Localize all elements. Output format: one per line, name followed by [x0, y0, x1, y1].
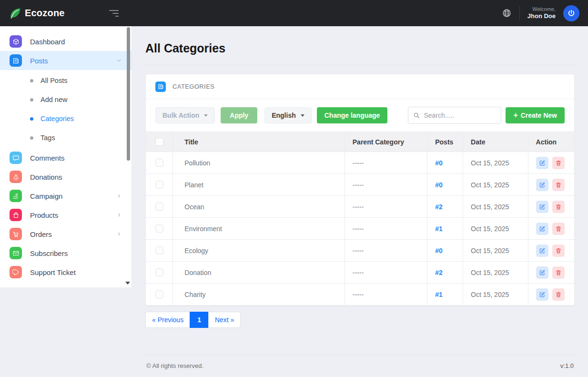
table-row: Donation-----#2Oct 15, 2025: [146, 262, 574, 284]
posts-count-link[interactable]: #1: [435, 291, 443, 298]
trash-icon: [555, 182, 562, 188]
sidebar-nav: DashboardPostsAll PostsAdd newCategories…: [0, 32, 132, 282]
edit-icon: [539, 269, 546, 276]
delete-button[interactable]: [552, 179, 565, 191]
chevron-down-icon: [116, 58, 122, 63]
delete-button[interactable]: [552, 266, 565, 279]
sidebar-item-posts[interactable]: Posts: [0, 51, 132, 70]
row-actions: [536, 157, 574, 169]
edit-button[interactable]: [536, 266, 548, 279]
category-date: Oct 15, 2025: [463, 240, 528, 262]
row-checkbox[interactable]: [155, 224, 163, 233]
create-new-button[interactable]: + Create New: [506, 107, 565, 123]
sidebar-subitem-all-posts[interactable]: All Posts: [0, 71, 132, 90]
table-row: Ecology-----#0Oct 15, 2025: [146, 240, 574, 262]
delete-button[interactable]: [552, 157, 565, 169]
brand-area: Ecozone: [0, 7, 132, 20]
brand-logo[interactable]: Ecozone: [9, 7, 65, 20]
categories-card: CATEGORIES Bulk Action Apply English Cha…: [145, 74, 575, 306]
money-bag-icon: [10, 171, 22, 183]
trash-icon: [555, 291, 562, 298]
row-checkbox[interactable]: [155, 246, 163, 255]
language-dropdown[interactable]: English: [264, 107, 312, 123]
parent-category: -----: [345, 240, 427, 262]
posts-count-link[interactable]: #1: [435, 225, 443, 233]
globe-icon[interactable]: [502, 8, 512, 18]
sidebar-subitem-categories[interactable]: Categories: [0, 109, 132, 128]
bullet-dot-icon: [30, 98, 33, 102]
pagination-next[interactable]: Next »: [208, 312, 241, 328]
header-divider: [519, 6, 520, 20]
edit-icon: [539, 247, 546, 254]
sidebar-subitem-label: Tags: [41, 134, 55, 142]
parent-category: -----: [345, 174, 427, 196]
posts-count-link[interactable]: #0: [435, 247, 443, 255]
posts-count-link[interactable]: #2: [435, 269, 443, 276]
posts-count-link[interactable]: #0: [435, 181, 443, 189]
toolbar: Bulk Action Apply English Change languag…: [146, 99, 574, 132]
sidebar-submenu-posts: All PostsAdd newCategoriesTags: [0, 70, 132, 148]
sidebar-toggle-icon[interactable]: [109, 10, 119, 17]
parent-category: -----: [345, 284, 427, 306]
sidebar-item-dashboard[interactable]: Dashboard: [0, 32, 132, 51]
sidebar-scroll-down-icon[interactable]: [125, 282, 130, 285]
category-title: Pollution: [173, 152, 345, 174]
sidebar-item-comments[interactable]: Comments: [0, 148, 132, 167]
version-text: v:1.0: [560, 362, 574, 369]
sidebar-item-campaign[interactable]: Campaign: [0, 186, 132, 205]
sidebar-subitem-tags[interactable]: Tags: [0, 128, 132, 147]
sidebar-subitem-add-new[interactable]: Add new: [0, 90, 132, 109]
delete-button[interactable]: [552, 201, 565, 213]
change-language-button[interactable]: Change language: [317, 107, 388, 123]
sidebar-item-label: Dashboard: [30, 38, 65, 46]
delete-button[interactable]: [552, 223, 565, 235]
posts-count-link[interactable]: #2: [435, 203, 443, 211]
edit-button[interactable]: [536, 179, 548, 191]
delete-button[interactable]: [552, 245, 565, 257]
sidebar-item-subscribers[interactable]: Subscribers: [0, 244, 132, 263]
table-row: Pollution-----#0Oct 15, 2025: [146, 152, 574, 174]
apply-button[interactable]: Apply: [221, 107, 257, 123]
row-checkbox[interactable]: [155, 203, 163, 211]
sidebar-item-orders[interactable]: Orders: [0, 224, 132, 244]
posts-count-link[interactable]: #0: [435, 159, 443, 167]
search-input[interactable]: [424, 112, 496, 119]
edit-button[interactable]: [536, 288, 548, 301]
header-actions: Welcome, Jhon Doe: [502, 5, 588, 21]
column-header-posts: Posts: [427, 132, 463, 152]
user-name: Jhon Doe: [527, 12, 556, 20]
row-checkbox[interactable]: [155, 268, 163, 276]
select-all-checkbox[interactable]: [155, 138, 163, 146]
pagination-page-1[interactable]: 1: [190, 312, 209, 328]
sidebar-item-products[interactable]: Products: [0, 205, 132, 224]
edit-button[interactable]: [536, 157, 548, 169]
sidebar-item-label: Campaign: [30, 192, 62, 200]
trash-icon: [555, 225, 562, 232]
trash-icon: [555, 247, 562, 254]
row-checkbox[interactable]: [155, 181, 163, 189]
sidebar-item-donations[interactable]: Donations: [0, 167, 132, 186]
pagination-previous[interactable]: « Previous: [145, 312, 190, 328]
parent-category: -----: [345, 218, 427, 240]
table-row: Environment-----#1Oct 15, 2025: [146, 218, 574, 240]
delete-button[interactable]: [552, 288, 565, 301]
row-checkbox[interactable]: [155, 159, 163, 167]
shopping-bag-icon: [10, 209, 22, 221]
logout-button[interactable]: [563, 5, 579, 21]
parent-category: -----: [345, 196, 427, 218]
categories-icon: [155, 82, 166, 92]
caret-down-icon: [301, 114, 304, 117]
bulk-action-dropdown[interactable]: Bulk Action: [155, 107, 215, 123]
sidebar-item-support-ticket[interactable]: Support Ticket: [0, 263, 132, 282]
edit-button[interactable]: [536, 245, 548, 257]
bullet-dot-icon: [30, 136, 33, 140]
table-row: Charity-----#1Oct 15, 2025: [146, 284, 574, 306]
trash-icon: [555, 160, 562, 166]
edit-button[interactable]: [536, 223, 548, 235]
sidebar-scrollbar[interactable]: [127, 27, 130, 161]
edit-button[interactable]: [536, 201, 548, 213]
edit-icon: [539, 291, 546, 298]
row-checkbox[interactable]: [155, 290, 163, 298]
category-date: Oct 15, 2025: [463, 174, 528, 196]
row-actions: [536, 266, 574, 279]
